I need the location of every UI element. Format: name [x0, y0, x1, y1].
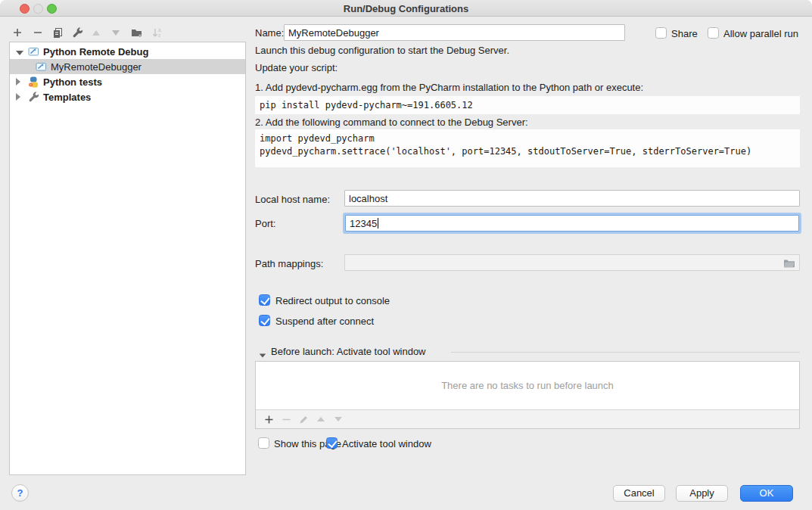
port-label: Port: — [255, 218, 275, 229]
suspend-after-connect-checkbox[interactable] — [259, 315, 270, 326]
local-host-name-input[interactable] — [344, 190, 800, 207]
folder-icon[interactable] — [783, 258, 795, 268]
port-value: 12345 — [350, 218, 377, 229]
new-folder-icon — [131, 27, 143, 38]
minus-icon — [33, 27, 43, 38]
move-task-down-button[interactable] — [331, 413, 345, 425]
cancel-button[interactable]: Cancel — [613, 485, 665, 502]
tree-item-myremotedebugger[interactable]: MyRemoteDebugger — [10, 59, 245, 74]
settrace-code: import pydevd_pycharm pydevd_pycharm.set… — [255, 129, 800, 167]
redirect-output-label: Redirect output to console — [275, 295, 390, 306]
move-up-button[interactable] — [89, 26, 103, 39]
copy-icon — [52, 27, 64, 39]
suspend-after-connect-label: Suspend after connect — [275, 316, 374, 327]
pip-install-code: pip install pydevd-pycharm~=191.6605.12 — [255, 96, 800, 114]
name-label: Name: — [255, 27, 284, 39]
apply-button[interactable]: Apply — [676, 485, 728, 502]
tree-item-templates[interactable]: Templates — [10, 89, 245, 104]
remote-debug-icon — [36, 61, 47, 73]
allow-parallel-run-label: Allow parallel run — [723, 28, 798, 39]
tree-item-label: MyRemoteDebugger — [51, 61, 142, 73]
local-host-name-label: Local host name: — [255, 194, 330, 205]
tree-item-label: Templates — [43, 92, 91, 103]
move-down-icon — [334, 417, 342, 421]
wrench-icon — [72, 27, 83, 39]
name-input[interactable] — [284, 24, 625, 41]
move-down-button[interactable] — [109, 26, 123, 39]
edit-task-button[interactable] — [297, 413, 310, 425]
share-checkbox[interactable] — [655, 27, 667, 39]
code-line: pydevd_pycharm.settrace('localhost', por… — [260, 146, 751, 157]
allow-parallel-run-checkbox[interactable] — [708, 27, 719, 39]
plus-icon — [12, 27, 23, 38]
help-button[interactable]: ? — [11, 484, 29, 502]
step1-text: 1. Add pydevd-pycharm.egg from the PyCha… — [255, 82, 643, 93]
collapse-arrow-icon[interactable] — [16, 46, 23, 58]
description-line2: Update your script: — [255, 62, 338, 73]
description-line1: Launch this debug configuration to start… — [255, 45, 509, 56]
tree-item-python-tests[interactable]: Python tests — [10, 74, 245, 89]
new-folder-button[interactable] — [130, 26, 144, 39]
before-launch-title: Before launch: Activate tool window — [271, 346, 426, 357]
wrench-icon — [28, 92, 39, 103]
minus-icon — [282, 415, 291, 424]
text-caret — [378, 218, 378, 229]
svg-text:a: a — [158, 27, 161, 33]
share-label: Share — [671, 28, 698, 39]
plus-icon — [264, 415, 274, 424]
chevron-down-icon — [260, 353, 266, 357]
sort-configurations-button[interactable]: a z — [150, 26, 163, 39]
pencil-icon — [299, 415, 309, 424]
port-input[interactable]: 12345 — [345, 215, 799, 232]
copy-configuration-button[interactable] — [51, 26, 64, 39]
add-task-button[interactable] — [262, 413, 275, 425]
path-mappings-label: Path mappings: — [255, 258, 323, 269]
redirect-output-checkbox[interactable] — [259, 294, 270, 306]
tree-item-python-remote-debug[interactable]: Python Remote Debug — [10, 44, 245, 59]
titlebar[interactable]: Run/Debug Configurations — [0, 0, 812, 17]
remove-task-button[interactable] — [279, 413, 293, 425]
python-icon — [28, 76, 39, 88]
configurations-tree: Python Remote Debug MyRemoteDebugger Pyt… — [9, 42, 246, 475]
move-up-icon — [317, 417, 325, 421]
move-down-icon — [112, 30, 120, 36]
remove-configuration-button[interactable] — [31, 26, 45, 39]
run-debug-configurations-dialog: Run/Debug Configurations a — [0, 0, 812, 510]
code-line: import pydevd_pycharm — [260, 133, 375, 144]
step2-text: 2. Add the following command to connect … — [255, 117, 528, 128]
tree-item-label: Python Remote Debug — [43, 46, 148, 58]
svg-text:z: z — [158, 33, 160, 38]
move-up-icon — [92, 30, 100, 36]
activate-tool-window-checkbox[interactable] — [326, 437, 338, 449]
path-mappings-field[interactable] — [344, 254, 800, 271]
edit-templates-button[interactable] — [70, 26, 84, 39]
window-title: Run/Debug Configurations — [0, 3, 812, 14]
activate-tool-window-label: Activate tool window — [342, 438, 431, 449]
add-configuration-button[interactable] — [11, 26, 24, 39]
task-toolbar — [256, 409, 799, 428]
ok-button[interactable]: OK — [740, 485, 793, 502]
tree-item-label: Python tests — [43, 76, 102, 88]
expand-arrow-icon[interactable] — [16, 92, 23, 103]
sort-alphabetically-icon: a z — [151, 27, 163, 39]
before-launch-collapse-arrow[interactable] — [259, 349, 266, 360]
show-this-page-checkbox[interactable] — [258, 437, 269, 449]
move-task-up-button[interactable] — [314, 413, 328, 425]
expand-arrow-icon[interactable] — [16, 76, 23, 88]
remote-debug-icon — [28, 46, 39, 58]
section-separator — [451, 352, 800, 353]
empty-tasks-message: There are no tasks to run before launch — [256, 380, 799, 391]
before-launch-task-list[interactable]: There are no tasks to run before launch — [255, 361, 800, 429]
